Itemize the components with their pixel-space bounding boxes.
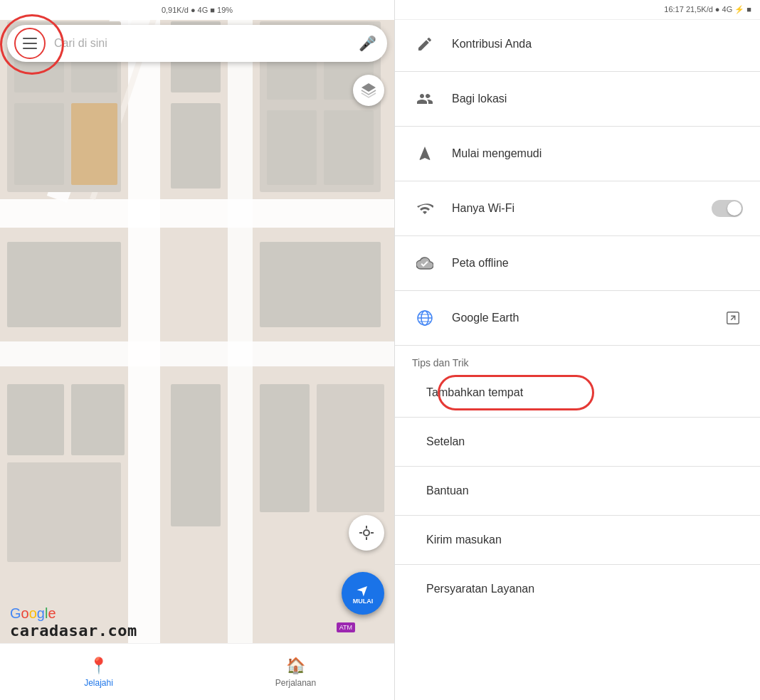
bagi-lokasi-label: Bagi lokasi	[452, 92, 743, 105]
svg-rect-24	[260, 242, 381, 327]
divider-2	[395, 126, 760, 127]
svg-rect-3	[0, 341, 394, 366]
layers-icon	[360, 82, 377, 99]
divider-8	[395, 466, 760, 467]
svg-rect-26	[317, 384, 384, 512]
menu-panel: 16:17 21,5K/d ● 4G ⚡ ■ Kontribusi Anda B…	[394, 0, 760, 700]
menu-item-google-earth[interactable]: Google Earth	[395, 294, 760, 342]
svg-rect-18	[324, 110, 374, 185]
map-background: Warkon Gambaran	[0, 0, 394, 700]
svg-rect-2	[0, 199, 394, 228]
svg-rect-17	[267, 110, 317, 185]
svg-rect-11	[71, 103, 117, 185]
svg-line-40	[731, 316, 735, 320]
divider-5	[395, 290, 760, 291]
map-status-bar: 0,91K/d ● 4G ■ 19%	[0, 0, 394, 20]
svg-rect-19	[7, 242, 121, 327]
svg-rect-10	[14, 103, 64, 185]
menu-item-kirim-masukan[interactable]: Kirim masukan	[395, 519, 760, 561]
peta-offline-icon	[412, 250, 438, 276]
menu-status-bar: 16:17 21,5K/d ● 4G ⚡ ■	[395, 0, 760, 20]
search-bar: Cari di sini 🎤	[7, 25, 387, 62]
bantuan-label: Bantuan	[426, 484, 743, 497]
menu-item-setelan[interactable]: Setelan	[395, 420, 760, 463]
perjalanan-label: Perjalanan	[275, 678, 316, 688]
menu-item-hanya-wifi[interactable]: Hanya Wi-Fi	[395, 184, 760, 233]
divider-9	[395, 515, 760, 516]
svg-point-29	[364, 530, 369, 536]
svg-rect-25	[260, 384, 310, 512]
svg-rect-4	[228, 0, 253, 700]
hamburger-line-1	[23, 38, 37, 39]
kirim-masukan-label: Kirim masukan	[426, 534, 743, 546]
divider-7	[395, 417, 760, 418]
nav-item-jelajahi[interactable]: 📍 Jelajahi	[0, 644, 197, 700]
wifi-icon	[412, 196, 438, 221]
external-link-icon	[723, 308, 743, 328]
kontribusi-icon	[412, 31, 438, 57]
menu-item-tambahkan-tempat[interactable]: Tambahkan tempat	[395, 371, 760, 414]
location-button[interactable]	[349, 515, 384, 551]
google-g: G	[10, 605, 21, 621]
hamburger-line-2	[23, 43, 37, 44]
section-header-tips: Tips dan Trik	[395, 349, 760, 371]
svg-rect-22	[7, 462, 121, 562]
divider-1	[395, 71, 760, 72]
jelajahi-icon: 📍	[89, 657, 108, 675]
divider-6	[395, 345, 760, 346]
svg-rect-21	[71, 384, 125, 455]
menu-item-kontribusi[interactable]: Kontribusi Anda	[395, 20, 760, 68]
search-input[interactable]: Cari di sini	[54, 37, 359, 50]
bottom-nav: 📍 Jelajahi 🏠 Perjalanan	[0, 643, 394, 700]
menu-item-bagi-lokasi[interactable]: Bagi lokasi	[395, 75, 760, 123]
divider-3	[395, 181, 760, 181]
hamburger-button[interactable]	[14, 28, 46, 59]
hamburger-line-3	[23, 48, 37, 49]
toggle-knob	[727, 201, 741, 216]
mulai-button[interactable]: ➤ MULAI	[342, 572, 384, 615]
svg-rect-13	[171, 103, 221, 189]
map-panel: 0,91K/d ● 4G ■ 19%	[0, 0, 394, 700]
menu-item-mulai-mengemudi[interactable]: Mulai mengemudi	[395, 129, 760, 178]
google-o1: o	[21, 605, 29, 621]
google-o2: o	[29, 605, 37, 621]
menu-item-persyaratan[interactable]: Persyaratan Layanan	[395, 568, 760, 610]
mulai-mengemudi-label: Mulai mengemudi	[452, 147, 743, 160]
kontribusi-label: Kontribusi Anda	[452, 38, 743, 51]
location-icon	[358, 524, 375, 541]
google-g2: g	[37, 605, 45, 621]
nav-item-perjalanan[interactable]: 🏠 Perjalanan	[197, 644, 394, 700]
jelajahi-label: Jelajahi	[84, 678, 113, 688]
menu-status-text: 16:17 21,5K/d ● 4G ⚡ ■	[664, 5, 751, 14]
svg-rect-20	[7, 384, 64, 455]
svg-rect-23	[171, 384, 221, 526]
watermark-text: caradasar.com	[10, 622, 137, 640]
wifi-toggle[interactable]	[712, 200, 743, 217]
mulai-arrow-icon: ➤	[354, 580, 372, 599]
perjalanan-icon: 🏠	[286, 657, 305, 675]
google-e: e	[48, 605, 56, 621]
mulai-mengemudi-icon	[412, 141, 438, 166]
google-earth-label: Google Earth	[452, 312, 723, 324]
persyaratan-label: Persyaratan Layanan	[426, 583, 743, 595]
mulai-label: MULAI	[353, 598, 374, 605]
hanya-wifi-label: Hanya Wi-Fi	[452, 202, 712, 215]
tambahkan-tempat-label: Tambahkan tempat	[426, 386, 743, 399]
divider-10	[395, 564, 760, 565]
svg-marker-28	[361, 83, 376, 92]
google-logo: Google	[10, 605, 56, 622]
status-text: 0,91K/d ● 4G ■ 19%	[162, 6, 233, 14]
peta-offline-label: Peta offline	[452, 257, 743, 270]
menu-item-bantuan[interactable]: Bantuan	[395, 470, 760, 512]
atm-marker: ATM	[337, 622, 355, 632]
menu-item-peta-offline[interactable]: Peta offline	[395, 239, 760, 287]
layer-button[interactable]	[353, 75, 384, 106]
mic-icon[interactable]: 🎤	[359, 35, 376, 52]
google-earth-icon	[412, 305, 438, 331]
divider-4	[395, 235, 760, 236]
bagi-lokasi-icon	[412, 86, 438, 112]
setelan-label: Setelan	[426, 435, 743, 448]
